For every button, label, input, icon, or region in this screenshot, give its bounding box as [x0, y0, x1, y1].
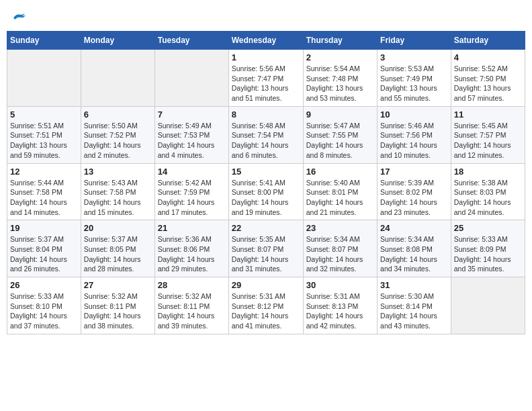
day-info: Sunrise: 5:34 AM Sunset: 8:07 PM Dayligh…	[306, 234, 374, 274]
calendar-day-cell: 5Sunrise: 5:51 AM Sunset: 7:51 PM Daylig…	[7, 106, 81, 163]
calendar-week-row: 12Sunrise: 5:44 AM Sunset: 7:58 PM Dayli…	[7, 163, 525, 220]
day-header-saturday: Saturday	[451, 32, 525, 50]
bird-icon	[11, 11, 27, 23]
day-number: 6	[84, 109, 152, 120]
calendar-day-cell: 17Sunrise: 5:39 AM Sunset: 8:02 PM Dayli…	[378, 163, 451, 220]
day-number: 31	[380, 280, 448, 290]
day-header-wednesday: Wednesday	[228, 32, 303, 50]
day-number: 8	[232, 109, 300, 120]
calendar-day-cell: 11Sunrise: 5:45 AM Sunset: 7:57 PM Dayli…	[451, 106, 525, 163]
day-number: 11	[454, 109, 522, 120]
day-info: Sunrise: 5:44 AM Sunset: 7:58 PM Dayligh…	[10, 178, 78, 218]
calendar-day-cell: 16Sunrise: 5:40 AM Sunset: 8:01 PM Dayli…	[303, 163, 377, 220]
calendar-empty-cell	[451, 277, 525, 334]
calendar-day-cell: 7Sunrise: 5:49 AM Sunset: 7:53 PM Daylig…	[154, 106, 228, 163]
day-info: Sunrise: 5:40 AM Sunset: 8:01 PM Dayligh…	[306, 178, 374, 218]
day-number: 1	[232, 52, 300, 62]
day-info: Sunrise: 5:42 AM Sunset: 7:59 PM Dayligh…	[158, 178, 226, 218]
day-number: 2	[306, 52, 374, 62]
day-info: Sunrise: 5:33 AM Sunset: 8:10 PM Dayligh…	[10, 291, 78, 331]
day-info: Sunrise: 5:50 AM Sunset: 7:52 PM Dayligh…	[84, 121, 152, 161]
day-number: 27	[84, 280, 152, 290]
day-number: 10	[380, 109, 448, 120]
day-info: Sunrise: 5:31 AM Sunset: 8:12 PM Dayligh…	[232, 291, 300, 331]
day-number: 30	[306, 280, 374, 290]
day-info: Sunrise: 5:32 AM Sunset: 8:11 PM Dayligh…	[84, 291, 152, 331]
day-info: Sunrise: 5:43 AM Sunset: 7:58 PM Dayligh…	[84, 178, 152, 218]
day-info: Sunrise: 5:53 AM Sunset: 7:49 PM Dayligh…	[380, 64, 448, 103]
day-info: Sunrise: 5:54 AM Sunset: 7:48 PM Dayligh…	[306, 64, 374, 103]
calendar-day-cell: 27Sunrise: 5:32 AM Sunset: 8:11 PM Dayli…	[81, 277, 154, 334]
day-info: Sunrise: 5:36 AM Sunset: 8:06 PM Dayligh…	[158, 234, 226, 274]
day-info: Sunrise: 5:46 AM Sunset: 7:56 PM Dayligh…	[380, 121, 448, 161]
day-number: 3	[380, 52, 448, 62]
calendar-week-row: 1Sunrise: 5:56 AM Sunset: 7:47 PM Daylig…	[7, 50, 525, 107]
day-number: 17	[380, 167, 448, 177]
day-header-tuesday: Tuesday	[154, 32, 228, 50]
calendar-day-cell: 19Sunrise: 5:37 AM Sunset: 8:04 PM Dayli…	[7, 220, 81, 277]
day-info: Sunrise: 5:49 AM Sunset: 7:53 PM Dayligh…	[158, 121, 226, 161]
calendar-day-cell: 3Sunrise: 5:53 AM Sunset: 7:49 PM Daylig…	[378, 50, 451, 107]
day-number: 25	[454, 223, 522, 233]
day-info: Sunrise: 5:38 AM Sunset: 8:03 PM Dayligh…	[454, 178, 522, 218]
calendar-header-row: SundayMondayTuesdayWednesdayThursdayFrid…	[7, 32, 525, 50]
day-number: 16	[306, 167, 374, 177]
day-number: 23	[306, 223, 374, 233]
day-number: 4	[454, 52, 522, 62]
logo	[9, 11, 27, 23]
calendar-week-row: 19Sunrise: 5:37 AM Sunset: 8:04 PM Dayli…	[7, 220, 525, 277]
day-number: 21	[158, 223, 226, 233]
day-number: 28	[158, 280, 226, 290]
day-number: 14	[158, 167, 226, 177]
calendar-day-cell: 22Sunrise: 5:35 AM Sunset: 8:07 PM Dayli…	[228, 220, 303, 277]
day-info: Sunrise: 5:30 AM Sunset: 8:14 PM Dayligh…	[380, 291, 448, 331]
day-info: Sunrise: 5:39 AM Sunset: 8:02 PM Dayligh…	[380, 178, 448, 218]
day-header-friday: Friday	[378, 32, 451, 50]
calendar-empty-cell	[7, 50, 81, 107]
calendar-day-cell: 29Sunrise: 5:31 AM Sunset: 8:12 PM Dayli…	[228, 277, 303, 334]
day-info: Sunrise: 5:33 AM Sunset: 8:09 PM Dayligh…	[454, 234, 522, 274]
calendar-day-cell: 24Sunrise: 5:34 AM Sunset: 8:08 PM Dayli…	[378, 220, 451, 277]
day-number: 24	[380, 223, 448, 233]
calendar-day-cell: 2Sunrise: 5:54 AM Sunset: 7:48 PM Daylig…	[303, 50, 377, 107]
calendar-day-cell: 14Sunrise: 5:42 AM Sunset: 7:59 PM Dayli…	[154, 163, 228, 220]
calendar-day-cell: 23Sunrise: 5:34 AM Sunset: 8:07 PM Dayli…	[303, 220, 377, 277]
day-number: 29	[232, 280, 300, 290]
calendar-day-cell: 4Sunrise: 5:52 AM Sunset: 7:50 PM Daylig…	[451, 50, 525, 107]
calendar-day-cell: 26Sunrise: 5:33 AM Sunset: 8:10 PM Dayli…	[7, 277, 81, 334]
day-info: Sunrise: 5:51 AM Sunset: 7:51 PM Dayligh…	[10, 121, 78, 161]
calendar-day-cell: 13Sunrise: 5:43 AM Sunset: 7:58 PM Dayli…	[81, 163, 154, 220]
day-number: 13	[84, 167, 152, 177]
calendar-table: SundayMondayTuesdayWednesdayThursdayFrid…	[7, 31, 525, 334]
day-header-sunday: Sunday	[7, 32, 81, 50]
day-number: 26	[10, 280, 78, 290]
calendar-day-cell: 9Sunrise: 5:47 AM Sunset: 7:55 PM Daylig…	[303, 106, 377, 163]
day-number: 19	[10, 223, 78, 233]
day-number: 20	[84, 223, 152, 233]
calendar-day-cell: 18Sunrise: 5:38 AM Sunset: 8:03 PM Dayli…	[451, 163, 525, 220]
calendar-day-cell: 28Sunrise: 5:32 AM Sunset: 8:11 PM Dayli…	[154, 277, 228, 334]
calendar-day-cell: 20Sunrise: 5:37 AM Sunset: 8:05 PM Dayli…	[81, 220, 154, 277]
day-info: Sunrise: 5:31 AM Sunset: 8:13 PM Dayligh…	[306, 291, 374, 331]
calendar-day-cell: 21Sunrise: 5:36 AM Sunset: 8:06 PM Dayli…	[154, 220, 228, 277]
calendar-day-cell: 10Sunrise: 5:46 AM Sunset: 7:56 PM Dayli…	[378, 106, 451, 163]
calendar-week-row: 26Sunrise: 5:33 AM Sunset: 8:10 PM Dayli…	[7, 277, 525, 334]
day-header-monday: Monday	[81, 32, 154, 50]
day-number: 12	[10, 167, 78, 177]
calendar-empty-cell	[81, 50, 154, 107]
day-info: Sunrise: 5:48 AM Sunset: 7:54 PM Dayligh…	[232, 121, 300, 161]
calendar-day-cell: 6Sunrise: 5:50 AM Sunset: 7:52 PM Daylig…	[81, 106, 154, 163]
day-info: Sunrise: 5:47 AM Sunset: 7:55 PM Dayligh…	[306, 121, 374, 161]
day-info: Sunrise: 5:56 AM Sunset: 7:47 PM Dayligh…	[232, 64, 300, 103]
day-number: 15	[232, 167, 300, 177]
day-number: 18	[454, 167, 522, 177]
day-number: 7	[158, 109, 226, 120]
day-number: 9	[306, 109, 374, 120]
day-number: 5	[10, 109, 78, 120]
calendar-day-cell: 25Sunrise: 5:33 AM Sunset: 8:09 PM Dayli…	[451, 220, 525, 277]
day-info: Sunrise: 5:45 AM Sunset: 7:57 PM Dayligh…	[454, 121, 522, 161]
day-number: 22	[232, 223, 300, 233]
calendar-day-cell: 15Sunrise: 5:41 AM Sunset: 8:00 PM Dayli…	[228, 163, 303, 220]
calendar-day-cell: 8Sunrise: 5:48 AM Sunset: 7:54 PM Daylig…	[228, 106, 303, 163]
calendar-day-cell: 30Sunrise: 5:31 AM Sunset: 8:13 PM Dayli…	[303, 277, 377, 334]
